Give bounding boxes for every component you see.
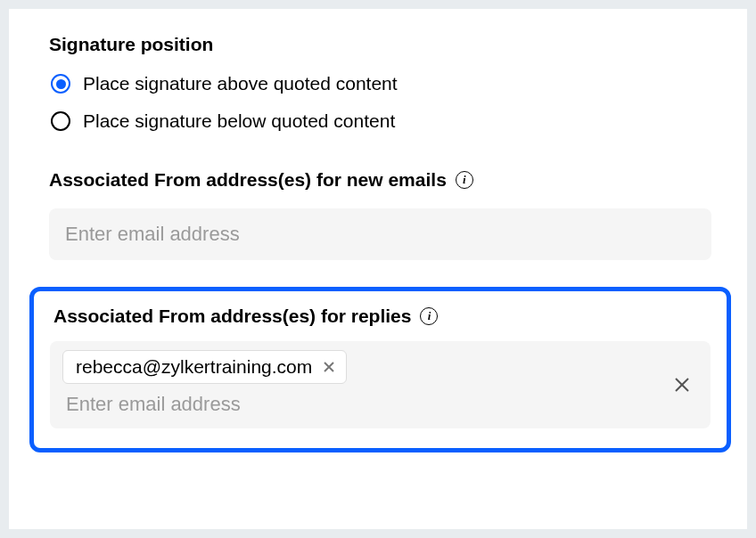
new-emails-input[interactable]: Enter email address bbox=[49, 208, 711, 260]
clear-all-icon[interactable] bbox=[671, 374, 693, 395]
replies-title-text: Associated From address(es) for replies bbox=[53, 306, 411, 327]
tag-row: rebecca@zylkertraining.com bbox=[62, 350, 698, 384]
radio-label: Place signature below quoted content bbox=[83, 110, 395, 132]
new-emails-title-text: Associated From address(es) for new emai… bbox=[49, 169, 447, 191]
info-icon[interactable]: i bbox=[420, 307, 438, 325]
replies-highlighted-section: Associated From address(es) for replies … bbox=[29, 287, 731, 452]
email-tag-text: rebecca@zylkertraining.com bbox=[76, 356, 312, 378]
settings-panel: Signature position Place signature above… bbox=[9, 9, 747, 529]
radio-icon bbox=[51, 111, 70, 131]
remove-tag-icon[interactable] bbox=[321, 359, 337, 375]
email-tag: rebecca@zylkertraining.com bbox=[62, 350, 347, 384]
radio-icon bbox=[51, 74, 70, 94]
radio-option-above[interactable]: Place signature above quoted content bbox=[51, 73, 711, 94]
signature-position-radio-group: Place signature above quoted content Pla… bbox=[49, 73, 711, 132]
info-icon[interactable]: i bbox=[456, 171, 473, 189]
new-emails-title-row: Associated From address(es) for new emai… bbox=[49, 169, 711, 191]
replies-input[interactable]: rebecca@zylkertraining.com Enter email a… bbox=[50, 341, 711, 428]
replies-placeholder: Enter email address bbox=[62, 393, 698, 416]
radio-option-below[interactable]: Place signature below quoted content bbox=[51, 110, 711, 132]
radio-label: Place signature above quoted content bbox=[83, 73, 398, 94]
replies-title-row: Associated From address(es) for replies … bbox=[50, 306, 711, 327]
signature-position-title-text: Signature position bbox=[49, 34, 213, 55]
new-emails-placeholder: Enter email address bbox=[65, 223, 240, 245]
signature-position-title: Signature position bbox=[49, 34, 711, 55]
